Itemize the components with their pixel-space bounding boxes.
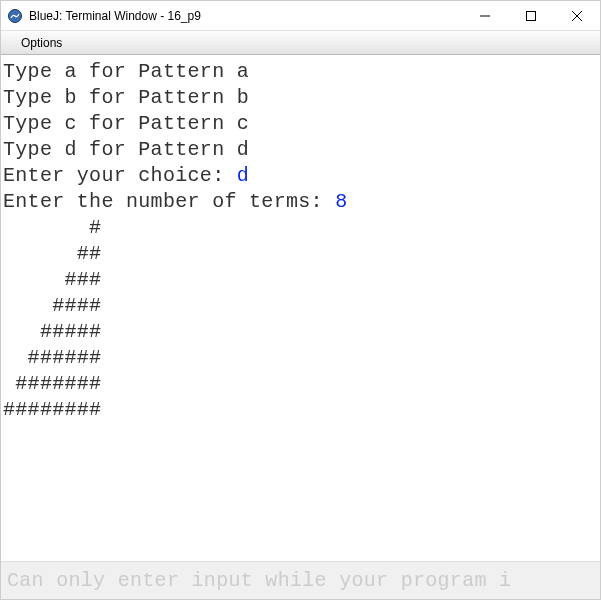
output-text: Type a for Pattern a	[3, 60, 249, 83]
output-text: Enter the number of terms:	[3, 190, 335, 213]
terminal-line: Type a for Pattern a	[3, 59, 598, 85]
output-text: Type d for Pattern d	[3, 138, 249, 161]
titlebar: BlueJ: Terminal Window - 16_p9	[1, 1, 600, 31]
terminal-line: Type d for Pattern d	[3, 137, 598, 163]
output-text: #######	[3, 372, 101, 395]
maximize-button[interactable]	[508, 1, 554, 30]
terminal-output: Type a for Pattern aType b for Pattern b…	[1, 55, 600, 550]
terminal-line: Type b for Pattern b	[3, 85, 598, 111]
terminal-line: #######	[3, 371, 598, 397]
input-placeholder: Can only enter input while your program …	[7, 569, 511, 592]
terminal-input-field[interactable]: Can only enter input while your program …	[1, 561, 600, 599]
terminal-line: ####	[3, 293, 598, 319]
user-input-text: 8	[335, 190, 347, 213]
window-title: BlueJ: Terminal Window - 16_p9	[29, 9, 462, 23]
output-text: #####	[3, 320, 101, 343]
output-text: Type c for Pattern c	[3, 112, 249, 135]
terminal-line: #	[3, 215, 598, 241]
terminal-line: #####	[3, 319, 598, 345]
terminal-line: ########	[3, 397, 598, 423]
output-text: #	[3, 216, 101, 239]
output-text: Enter your choice:	[3, 164, 237, 187]
output-text: ###	[3, 268, 101, 291]
close-button[interactable]	[554, 1, 600, 30]
user-input-text: d	[237, 164, 249, 187]
terminal-line: ##	[3, 241, 598, 267]
terminal-line: ###	[3, 267, 598, 293]
output-text: ####	[3, 294, 101, 317]
output-text: ########	[3, 398, 101, 421]
menubar: Options	[1, 31, 600, 55]
bluej-app-icon	[7, 8, 23, 24]
terminal-line: Enter your choice: d	[3, 163, 598, 189]
output-text: Type b for Pattern b	[3, 86, 249, 109]
menu-options[interactable]: Options	[15, 34, 68, 52]
terminal-line: ######	[3, 345, 598, 371]
window-controls	[462, 1, 600, 30]
output-text: ##	[3, 242, 101, 265]
terminal-line: Type c for Pattern c	[3, 111, 598, 137]
terminal-line: Enter the number of terms: 8	[3, 189, 598, 215]
svg-rect-2	[527, 11, 536, 20]
output-text: ######	[3, 346, 101, 369]
minimize-button[interactable]	[462, 1, 508, 30]
